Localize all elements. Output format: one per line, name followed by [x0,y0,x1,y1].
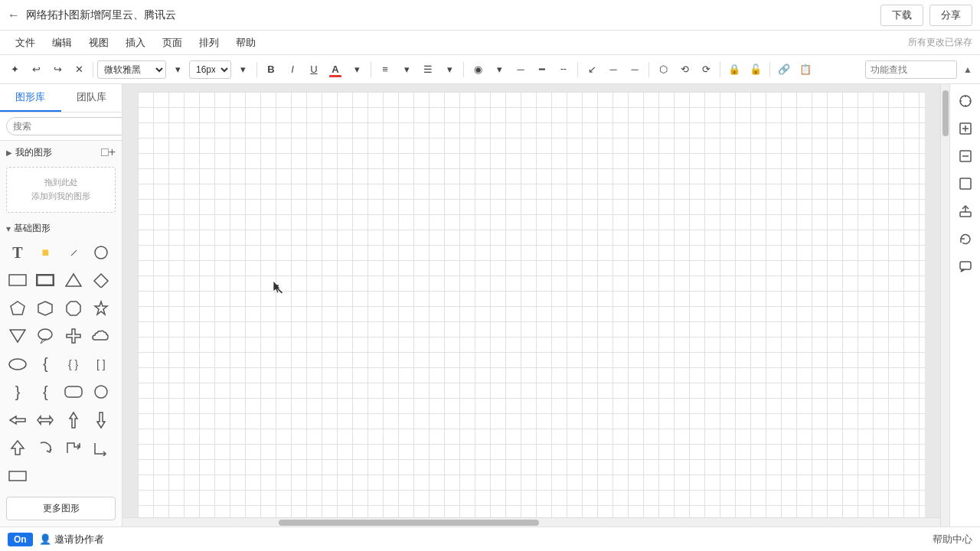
italic-button[interactable]: I [283,60,302,80]
shape-arrow-left[interactable] [6,409,29,432]
shape-sticky-note[interactable]: ■ [34,241,57,264]
shape-star[interactable] [90,297,113,320]
more-shapes-button[interactable]: 更多图形 [6,497,116,520]
linestyle-button[interactable]: ╌ [554,60,573,80]
shape-down-triangle[interactable] [6,324,29,347]
shape-arrow-up[interactable] [62,409,85,432]
clear-button[interactable]: ✕ [69,60,89,80]
history-button[interactable] [953,227,978,251]
vertical-scrollbar[interactable] [940,84,949,527]
menu-file[interactable]: 文件 [8,33,43,53]
shape-hexagon[interactable] [34,297,57,320]
fontsize-selector[interactable]: 16px [189,60,231,79]
share-button[interactable]: 分享 [929,5,972,26]
shape-line[interactable]: ─ [57,238,89,269]
shape-cross[interactable] [62,324,85,347]
bold-button[interactable]: B [261,60,281,80]
fontsize-dropdown-btn[interactable]: ▾ [233,60,253,80]
shape-rect-thin[interactable] [6,269,29,292]
menu-insert[interactable]: 插入 [118,33,153,53]
undo-button[interactable]: ↩ [26,60,46,80]
menu-view[interactable]: 视图 [81,33,116,53]
shape-arrow-up2[interactable] [6,436,29,459]
shape-rect2[interactable] [6,465,29,487]
tab-team[interactable]: 团队库 [61,84,122,112]
shape-circle2[interactable] [90,380,113,403]
shape-circle[interactable] [90,241,113,264]
linecolor-button[interactable]: ─ [511,60,531,80]
shape-triangle[interactable] [62,269,85,292]
zoom-in-button[interactable] [953,116,978,141]
export-button[interactable] [953,199,978,223]
waypoint-button[interactable]: ⬡ [653,60,673,80]
toolbar-collapse-button[interactable]: ▲ [960,60,975,80]
download-button[interactable]: 下载 [880,5,923,26]
menu-edit[interactable]: 编辑 [44,33,80,53]
list-dropdown[interactable]: ▾ [439,60,459,80]
fillcolor-dropdown[interactable]: ▾ [489,60,509,80]
lock-button[interactable]: 🔒 [724,60,744,80]
align-dropdown[interactable]: ▾ [397,60,416,80]
vertical-scrollbar-thumb[interactable] [942,90,949,136]
fontcolor-dropdown[interactable]: ▾ [347,60,367,80]
toolbar-extra[interactable]: ✦ [5,60,24,80]
sidebar-search-input[interactable] [6,117,122,135]
my-shapes-section[interactable]: ▶ 我的图形 □+ [0,141,122,164]
connection-style-button[interactable]: ─ [603,60,623,80]
feature-search-input[interactable] [865,60,957,79]
align-left-button[interactable]: ≡ [375,60,395,80]
canvas-area[interactable] [122,84,940,527]
font-dropdown-btn[interactable]: ▾ [168,60,188,80]
redo-button[interactable]: ↪ [47,60,67,80]
page-view-button[interactable] [953,171,978,196]
shape-bracket-right[interactable]: } [6,380,29,403]
connection-end-button[interactable]: ─ [625,60,645,80]
shape-arrow-curved[interactable] [34,436,57,459]
zoom-out-button[interactable] [953,144,978,168]
horizontal-scrollbar[interactable] [122,517,940,527]
shape-arrow-step[interactable] [62,436,85,459]
connection-start-button[interactable]: ↙ [582,60,602,80]
shape-arrow-both[interactable] [34,409,57,432]
help-center-link[interactable]: 帮助中心 [933,533,972,546]
invite-collaborator-button[interactable]: 👤 邀请协作者 [39,533,104,546]
basic-shapes-label[interactable]: 基础图形 [0,219,122,238]
disconnect-button[interactable]: ⟳ [696,60,716,80]
link-button[interactable]: 🔗 [774,60,794,80]
horizontal-scrollbar-thumb[interactable] [279,520,539,526]
menu-help[interactable]: 帮助 [228,33,263,53]
linewidth-button[interactable]: ━ [532,60,552,80]
fit-page-button[interactable] [953,89,978,113]
connect-button[interactable]: ⟲ [675,60,694,80]
shape-bracket[interactable]: [ ] [90,353,113,376]
menu-page[interactable]: 页面 [155,33,190,53]
shape-arrow-corner[interactable] [90,436,113,459]
shape-brace-both[interactable]: { } [62,353,85,376]
back-button[interactable]: ← [8,8,20,22]
font-selector[interactable]: 微软雅黑 [97,60,166,79]
fontcolor-button[interactable]: A [325,60,345,80]
shape-callout[interactable] [34,324,57,347]
list-button[interactable]: ☰ [418,60,438,80]
unlock-button[interactable]: 🔓 [746,60,766,80]
shape-cloud[interactable] [90,324,113,347]
shape-brace-left[interactable]: { [34,353,57,376]
underline-button[interactable]: U [304,60,324,80]
comments-button[interactable] [953,254,978,279]
tab-shapes[interactable]: 图形库 [0,84,61,112]
shape-oval[interactable] [6,353,29,376]
shape-pentagon[interactable] [6,297,29,320]
menu-arrange[interactable]: 排列 [191,33,227,53]
fillcolor-button[interactable]: ◉ [468,60,488,80]
drawing-canvas[interactable] [138,92,925,519]
add-shape-icon[interactable]: □+ [101,145,116,159]
shape-text[interactable]: T [6,241,29,264]
format-button[interactable]: 📋 [795,60,815,80]
shape-rect-round[interactable] [62,380,85,403]
shape-brace-l2[interactable]: { [34,380,57,403]
shape-octagon[interactable] [62,297,85,320]
shape-diamond[interactable] [90,269,113,292]
svg-point-12 [9,359,26,370]
shape-arrow-down[interactable] [90,409,113,432]
shape-rect-thick[interactable] [34,269,57,292]
